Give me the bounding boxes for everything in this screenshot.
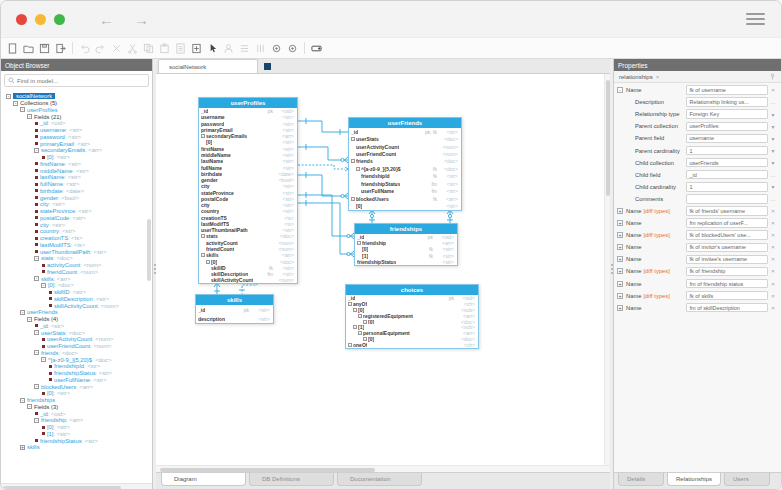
zoom-actual-icon[interactable]	[269, 40, 284, 56]
entity-skills[interactable]: skills_idpk<str>description<str>	[195, 294, 274, 324]
entity-header[interactable]: skills	[196, 295, 273, 305]
tree-item[interactable]: password : <str>	[4, 134, 152, 141]
tree-item[interactable]: city : <str>	[4, 221, 152, 228]
clear-icon[interactable]: ×	[768, 256, 778, 262]
property-value-input[interactable]: 1	[686, 182, 768, 192]
tree-item[interactable]: friendshipStatus : <str>	[4, 437, 152, 444]
property-value-input[interactable]: userFriends	[686, 158, 768, 168]
tree-item[interactable]: -userStats : <doc>	[4, 329, 152, 336]
property-value-input[interactable]: fk of skills	[686, 291, 768, 301]
property-expander[interactable]: +	[617, 293, 623, 299]
tree-item[interactable]: fullName : <str>	[4, 181, 152, 188]
more-icon[interactable]: …	[768, 172, 778, 178]
entity-row[interactable]: -blockedUsersfk<arr>	[349, 195, 461, 202]
property-row[interactable]: -Namefk of username×	[614, 84, 781, 96]
entity-row[interactable]: friendshipStatusfm<str>	[349, 180, 461, 187]
property-row[interactable]: Child cardinality1▾	[614, 181, 781, 193]
tree-expander[interactable]: -	[34, 148, 39, 153]
tree-item[interactable]: friendCount : <num>	[4, 269, 152, 276]
entity-row-expander[interactable]: -	[351, 197, 355, 201]
entity-row[interactable]: friendshipIdfk<str>	[349, 173, 461, 180]
dropdown-icon[interactable]: ▾	[768, 147, 778, 154]
tree-expander[interactable]: -	[13, 101, 18, 106]
property-expander[interactable]: +	[617, 256, 623, 262]
tree-expander[interactable]: -	[27, 317, 32, 322]
property-row[interactable]: +Name[diff types]fk of skills×	[614, 290, 781, 302]
property-row[interactable]: Parent fieldusername▾	[614, 132, 781, 144]
property-value-input[interactable]: fk of friends' username	[686, 206, 768, 216]
entity-row[interactable]: userFullNamefm<str>	[349, 188, 461, 195]
entity-friendships[interactable]: friendships_idpk<oid>-friendship<arr>[0]…	[354, 223, 458, 266]
dropdown-icon[interactable]: ▾	[768, 159, 778, 166]
tree-item[interactable]: -userFriends	[4, 309, 152, 316]
property-value-input[interactable]: 1	[686, 146, 768, 156]
tree-item[interactable]: lastName : <str>	[4, 174, 152, 181]
tree-item[interactable]: skillDescription : <str>	[4, 296, 152, 303]
entity-row-expander[interactable]: -	[201, 134, 205, 138]
property-row[interactable]: DescriptionRelationship linking us...…	[614, 96, 781, 108]
dropdown-icon[interactable]: ▾	[768, 111, 778, 118]
clear-icon[interactable]: ×	[768, 305, 778, 311]
property-row[interactable]: +Name[diff types]fk of friends' username…	[614, 205, 781, 217]
tree-item[interactable]: _id : <oid>	[4, 120, 152, 127]
entity-row-expander[interactable]: -	[363, 337, 367, 341]
tree-item[interactable]: +skills	[4, 444, 152, 451]
tree-item[interactable]: -friendships	[4, 397, 152, 404]
property-value-input[interactable]: fk of invitee's username	[686, 255, 768, 265]
pin-icon[interactable]	[769, 73, 776, 80]
property-expander[interactable]: +	[617, 268, 623, 274]
clear-icon[interactable]: ×	[768, 281, 778, 287]
tree-expander[interactable]: -	[27, 114, 32, 119]
tree-expander[interactable]: -	[20, 107, 25, 112]
tree-item[interactable]: -^[a-z0-9_]{5,20}$ : <doc>	[4, 356, 152, 363]
tab-documentation[interactable]: Documentation	[337, 473, 422, 486]
entity-row-expander[interactable]: -	[357, 241, 361, 245]
clear-icon[interactable]: ×	[768, 87, 778, 93]
property-expander[interactable]: +	[617, 244, 623, 250]
tree-item[interactable]: -Fields (4)	[4, 316, 152, 323]
entity-row-expander[interactable]: -	[353, 308, 357, 312]
property-expander[interactable]: +	[617, 220, 623, 226]
clear-icon[interactable]: ×	[768, 268, 778, 274]
tree-item[interactable]: city : <str>	[4, 201, 152, 208]
pointer-icon[interactable]	[205, 40, 220, 56]
tab-menu-icon[interactable]	[264, 63, 271, 70]
property-row[interactable]: Comments…	[614, 193, 781, 205]
property-value-input[interactable]: Foreign Key	[686, 109, 768, 119]
more-icon[interactable]: …	[768, 99, 778, 105]
entity-header[interactable]: userProfiles	[199, 98, 297, 108]
entity-row[interactable]: -friends<doc>	[349, 158, 461, 165]
tree-item[interactable]: [0] : <str>	[4, 424, 152, 431]
tree-item[interactable]: activityCount : <num>	[4, 262, 152, 269]
tree-expander[interactable]: +	[20, 445, 25, 450]
tab-relationships[interactable]: Relationships	[667, 473, 721, 486]
property-value-input[interactable]: Relationship linking us...	[686, 97, 768, 107]
search-input[interactable]	[17, 78, 145, 84]
tree-item[interactable]: lastModifTS : <ts>	[4, 242, 152, 249]
property-value-input[interactable]: fm of skillDescription	[686, 303, 768, 313]
property-value-input[interactable]	[686, 194, 768, 204]
property-value-input[interactable]: fm of friendship status	[686, 279, 768, 289]
property-value-input[interactable]: username	[686, 134, 768, 144]
tree-item[interactable]: friendshipId : <str>	[4, 363, 152, 370]
tree-item[interactable]: userActivityCount : <num>	[4, 336, 152, 343]
tab-details[interactable]: Details	[618, 473, 664, 486]
tree-expander[interactable]: -	[41, 283, 46, 288]
close-window-button[interactable]	[16, 14, 27, 25]
tree-item[interactable]: gender : <bool>	[4, 194, 152, 201]
dropdown-icon[interactable]: ▾	[768, 123, 778, 130]
new-model-icon[interactable]	[5, 40, 20, 56]
property-value-input[interactable]: fk of friendship	[686, 267, 768, 277]
property-value-input[interactable]: fk of invitor's username	[686, 243, 768, 253]
tab-users[interactable]: Users	[724, 473, 770, 486]
entity-row-expander[interactable]: -	[201, 234, 205, 238]
tree-item[interactable]: -blockedUsers : <arr>	[4, 383, 152, 390]
tree-item[interactable]: userFriendCount : <num>	[4, 343, 152, 350]
tree-expander[interactable]: -	[34, 276, 39, 281]
tree-item[interactable]: _id : <oid>	[4, 410, 152, 417]
tree-vertical-scrollbar[interactable]	[147, 219, 151, 281]
entity-row[interactable]: userFriendCount<num>	[349, 150, 461, 157]
clear-icon[interactable]: ×	[768, 244, 778, 250]
tab-relationships-scope[interactable]: relationships	[619, 74, 653, 80]
property-row[interactable]: +Namefm replication of userF...×	[614, 217, 781, 229]
